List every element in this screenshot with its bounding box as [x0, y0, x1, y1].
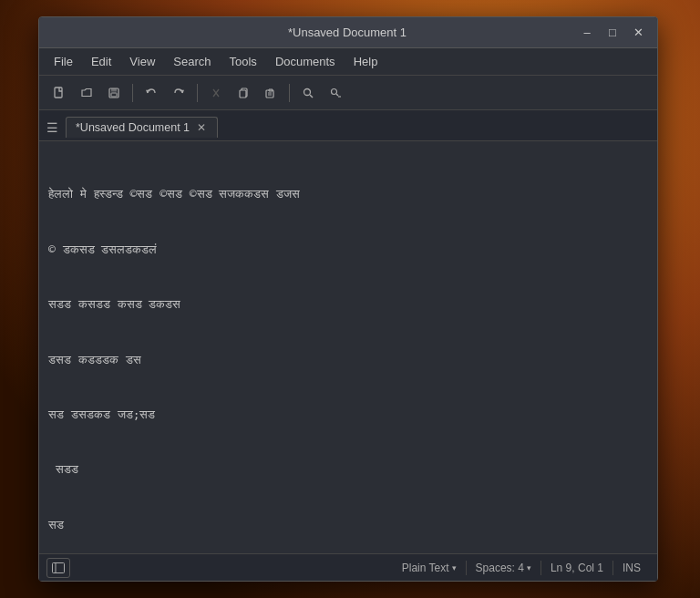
- insert-mode: INS: [613, 562, 650, 574]
- close-button[interactable]: ✕: [626, 23, 650, 43]
- menu-help[interactable]: Help: [345, 51, 387, 72]
- window-title: *Unsaved Document 1: [119, 26, 575, 39]
- window-controls: – □ ✕: [575, 23, 650, 43]
- indentation-selector[interactable]: Spaces: 4 ▾: [467, 562, 540, 574]
- editor-line-6: सडड: [48, 460, 648, 479]
- position-label: Ln 9, Col 1: [551, 562, 603, 574]
- svg-rect-14: [53, 562, 65, 572]
- editor-line-2: © डकसड डसलडकडलं: [48, 241, 648, 259]
- menu-search[interactable]: Search: [164, 51, 220, 72]
- menu-bar: File Edit View Search Tools Documents He…: [39, 48, 657, 76]
- svg-point-10: [304, 88, 311, 95]
- menu-view[interactable]: View: [120, 51, 164, 72]
- editor-content[interactable]: हेललो मे हस्डन्ड ©सड ©सड ©सड सजककडस डजस …: [39, 141, 657, 553]
- active-tab[interactable]: *Unsaved Document 1 ✕: [66, 117, 218, 138]
- language-selector[interactable]: Plain Text ▾: [393, 562, 466, 574]
- language-chevron-icon: ▾: [452, 563, 457, 572]
- svg-line-13: [336, 94, 338, 96]
- svg-rect-6: [240, 90, 246, 98]
- paste-button[interactable]: [258, 81, 283, 105]
- editor-area: हेललो मे हस्डन्ड ©सड ©सड ©सड सजककडस डजस …: [39, 141, 657, 553]
- cut-button[interactable]: [203, 81, 229, 105]
- tab-close-button[interactable]: ✕: [195, 121, 208, 134]
- title-bar: *Unsaved Document 1 – □ ✕: [39, 17, 657, 48]
- menu-edit[interactable]: Edit: [82, 51, 120, 72]
- mode-label: INS: [623, 562, 641, 574]
- menu-tools[interactable]: Tools: [221, 51, 266, 72]
- sidebar-toggle-button[interactable]: [46, 558, 70, 578]
- toolbar-sep-1: [132, 84, 133, 102]
- copy-button[interactable]: [231, 81, 256, 105]
- editor-line-1: हेललो मे हस्डन्ड ©सड ©सड ©सड सजककडस डजस: [48, 185, 648, 203]
- minimize-button[interactable]: –: [575, 23, 599, 43]
- new-file-button[interactable]: [46, 81, 72, 105]
- undo-button[interactable]: [139, 81, 164, 105]
- cursor-position: Ln 9, Col 1: [541, 562, 612, 574]
- editor-line-5: सड डसडकड जड;सड: [48, 406, 648, 424]
- svg-point-12: [332, 88, 337, 94]
- tab-bar: ☰ *Unsaved Document 1 ✕: [39, 110, 657, 141]
- maximize-button[interactable]: □: [601, 23, 624, 43]
- redo-button[interactable]: [166, 81, 191, 105]
- spaces-chevron-icon: ▾: [527, 563, 531, 572]
- svg-rect-3: [111, 93, 117, 97]
- find-button[interactable]: [295, 81, 321, 105]
- find-replace-button[interactable]: [323, 81, 348, 105]
- tab-menu-icon[interactable]: ☰: [46, 120, 58, 135]
- toolbar: [39, 76, 657, 110]
- application-window: *Unsaved Document 1 – □ ✕ File Edit View…: [38, 16, 658, 582]
- editor-line-3: सडड कसडड कसड डकडस: [48, 295, 648, 314]
- toolbar-sep-2: [197, 84, 198, 102]
- editor-line-4: डसड कडडडक डस: [48, 351, 648, 369]
- svg-rect-0: [55, 88, 62, 98]
- editor-line-7: सड: [48, 516, 648, 534]
- menu-file[interactable]: File: [45, 51, 82, 72]
- svg-rect-2: [111, 88, 117, 92]
- language-label: Plain Text: [402, 562, 449, 574]
- svg-line-11: [310, 95, 313, 98]
- spaces-label: Spaces: 4: [476, 562, 524, 574]
- toolbar-sep-3: [289, 84, 290, 102]
- tab-label: *Unsaved Document 1: [76, 121, 190, 134]
- menu-documents[interactable]: Documents: [266, 51, 345, 72]
- save-file-button[interactable]: [101, 81, 127, 105]
- open-file-button[interactable]: [74, 81, 99, 105]
- status-bar: Plain Text ▾ Spaces: 4 ▾ Ln 9, Col 1 INS: [39, 553, 657, 581]
